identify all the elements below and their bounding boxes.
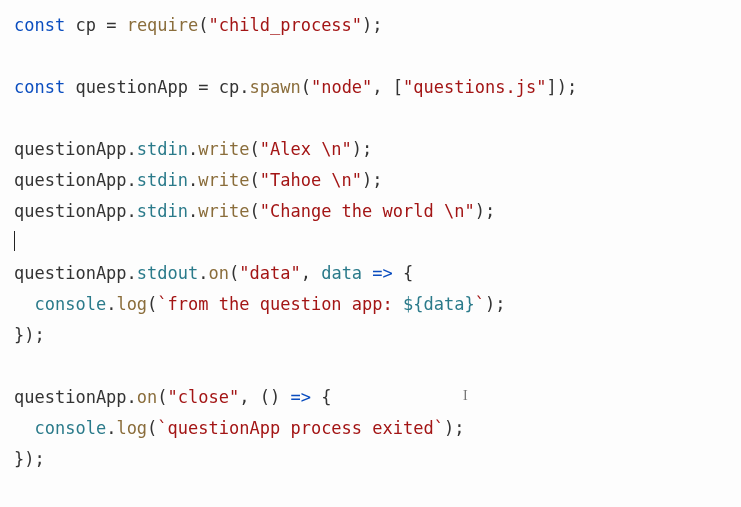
code-line-cursor <box>14 232 15 252</box>
fn-log: log <box>116 418 147 438</box>
string-literal: "close" <box>168 387 240 407</box>
fn-write: write <box>198 201 249 221</box>
identifier: questionApp <box>75 77 188 97</box>
string-literal: "node" <box>311 77 372 97</box>
keyword-const: const <box>14 77 65 97</box>
code-line: const questionApp = cp.spawn("node", ["q… <box>14 77 577 97</box>
code-line: questionApp.stdout.on("data", data => { <box>14 263 413 283</box>
string-literal: "questions.js" <box>403 77 546 97</box>
identifier: cp <box>75 15 95 35</box>
code-line: questionApp.stdin.write("Change the worl… <box>14 201 495 221</box>
string-literal: "Alex \n" <box>260 139 352 159</box>
code-line: }); <box>14 325 45 345</box>
string-literal: "Change the world \n" <box>260 201 475 221</box>
fn-spawn: spawn <box>249 77 300 97</box>
code-editor[interactable]: const cp = require("child_process"); con… <box>0 0 741 485</box>
code-line: questionApp.stdin.write("Tahoe \n"); <box>14 170 383 190</box>
param-data: data <box>321 263 362 283</box>
fn-require: require <box>127 15 199 35</box>
string-literal: "child_process" <box>209 15 363 35</box>
code-line: console.log(`from the question app: ${da… <box>14 294 505 314</box>
code-line: console.log(`questionApp process exited`… <box>14 418 464 438</box>
fn-on: on <box>209 263 229 283</box>
template-literal: questionApp process exited <box>168 418 434 438</box>
fn-write: write <box>198 170 249 190</box>
fn-log: log <box>116 294 147 314</box>
code-line: questionApp.on("close", () => { <box>14 387 331 407</box>
fn-on: on <box>137 387 157 407</box>
string-literal: "data" <box>239 263 300 283</box>
fn-write: write <box>198 139 249 159</box>
code-line: }); <box>14 449 45 469</box>
code-line: questionApp.stdin.write("Alex \n"); <box>14 139 372 159</box>
keyword-const: const <box>14 15 65 35</box>
code-line: const cp = require("child_process"); <box>14 15 383 35</box>
text-cursor-icon <box>14 231 15 251</box>
template-literal: from the question app: <box>168 294 403 314</box>
string-literal: "Tahoe \n" <box>260 170 362 190</box>
